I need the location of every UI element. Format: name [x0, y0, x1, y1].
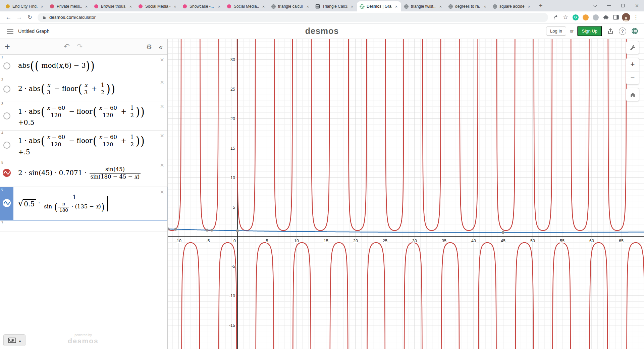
add-expression-button[interactable]	[5, 42, 10, 51]
profile-avatar[interactable]	[621, 13, 631, 22]
expression-body[interactable]: abs(( mod(x,6) − 3))	[13, 55, 167, 77]
grammarly-extension-icon[interactable]: G	[571, 13, 580, 22]
delete-expression-icon[interactable]	[160, 103, 164, 110]
browser-tab[interactable]: triangle calcul...	[268, 1, 313, 11]
tab-close-icon[interactable]	[438, 4, 443, 9]
svg-text:5: 5	[266, 239, 268, 243]
gray-extension-icon[interactable]	[591, 13, 600, 22]
hidden-graph-circle-icon[interactable]	[3, 112, 10, 119]
main-menu-icon[interactable]	[7, 29, 13, 34]
svg-text:30: 30	[412, 239, 417, 243]
browser-tab[interactable]: degrees to ra...	[445, 1, 490, 11]
browser-tab[interactable]: Private mess...	[47, 1, 91, 11]
expression-row[interactable]: 6√0.5 · 1sin (π180 · (135 − x))	[0, 187, 167, 220]
graph-title[interactable]: Untitled Graph	[18, 29, 50, 34]
share-icon[interactable]	[551, 13, 560, 22]
hidden-graph-circle-icon[interactable]	[3, 62, 10, 69]
browser-menu-icon[interactable]	[631, 13, 641, 22]
tab-close-icon[interactable]	[394, 4, 399, 9]
expression-gutter[interactable]: 1	[0, 55, 13, 77]
expression-body[interactable]: 2 · sin(45) · 0.7071 · sin(45)sin(180 − …	[13, 160, 167, 187]
extensions-puzzle-icon[interactable]	[601, 13, 610, 22]
tab-close-icon[interactable]	[305, 4, 310, 9]
expression-row[interactable]: 22 · abs(x3 − floor(x3 + 12))	[0, 77, 167, 101]
zoom-out-button[interactable]	[626, 71, 639, 84]
expression-row[interactable]: 7	[0, 220, 167, 232]
tab-strip-tabs: End City Find... Private mess... Browse …	[3, 0, 534, 11]
side-panel-icon[interactable]	[611, 13, 621, 22]
orange-extension-icon[interactable]	[581, 13, 590, 22]
tab-close-icon[interactable]	[482, 4, 487, 9]
tab-close-icon[interactable]	[217, 4, 222, 9]
maximize-button[interactable]	[616, 0, 630, 11]
zoom-in-button[interactable]	[626, 58, 639, 71]
close-button[interactable]	[630, 0, 644, 11]
graph-settings-wrench-icon[interactable]	[626, 41, 639, 54]
tab-favicon-icon	[138, 4, 143, 9]
expression-body[interactable]: 1 · abs(x − 60120 − floor(x − 60120 + 12…	[13, 131, 167, 160]
expression-row[interactable]: 31 · abs(x − 60120 − floor(x − 60120 + 1…	[0, 101, 167, 131]
tab-close-icon[interactable]	[172, 4, 177, 9]
browser-tab[interactable]: Triangle Calcu...	[313, 1, 357, 11]
expression-row[interactable]: 41 · abs(x − 60120 − floor(x − 60120 + 1…	[0, 131, 167, 160]
back-button[interactable]	[3, 12, 13, 22]
browser-tab[interactable]: Desmos | Gra...	[357, 1, 401, 11]
help-icon[interactable]	[619, 28, 626, 35]
browser-tab[interactable]: Browse thous...	[91, 1, 136, 11]
expression-body[interactable]: √0.5 · 1sin (π180 · (135 − x))	[13, 187, 167, 220]
expression-body[interactable]: 2 · abs(x3 − floor(x3 + 12))	[13, 77, 167, 101]
expression-gutter[interactable]: 2	[0, 77, 13, 101]
export-share-icon[interactable]	[606, 27, 615, 36]
graph-canvas[interactable]: -10-505101520253035404550556065302520151…	[168, 39, 644, 349]
delete-expression-icon[interactable]	[160, 56, 164, 63]
browser-tab[interactable]: Showcase -...	[180, 1, 224, 11]
expression-gutter[interactable]: 6	[0, 187, 13, 220]
tab-title: triangle twist...	[411, 4, 436, 9]
delete-expression-icon[interactable]	[160, 189, 164, 195]
login-button[interactable]: Log In	[546, 27, 566, 36]
tab-close-icon[interactable]	[261, 4, 266, 9]
browser-tab[interactable]: Social Media...	[224, 1, 268, 11]
graph-style-icon[interactable]	[2, 168, 11, 179]
address-bar[interactable]: desmos.com/calculator	[38, 13, 548, 22]
signup-button[interactable]: Sign Up	[577, 26, 602, 36]
tab-close-icon[interactable]	[40, 4, 45, 9]
expression-list: 1abs(( mod(x,6) − 3))22 · abs(x3 − floor…	[0, 55, 167, 232]
expression-gutter[interactable]: 7	[0, 220, 13, 232]
graph-settings-gear-icon[interactable]	[146, 43, 152, 50]
graph-paper[interactable]: -10-505101520253035404550556065302520151…	[168, 39, 644, 349]
new-tab-button[interactable]	[536, 1, 545, 10]
tab-search-caret-icon[interactable]	[588, 0, 602, 11]
forward-button[interactable]	[14, 12, 24, 22]
expression-body[interactable]: 1 · abs(x − 60120 − floor(x − 60120 + 12…	[13, 101, 167, 130]
browser-tab[interactable]: square accide...	[490, 1, 534, 11]
tab-close-icon[interactable]	[84, 4, 89, 9]
collapse-panel-icon[interactable]	[159, 43, 163, 50]
expression-row[interactable]: 1abs(( mod(x,6) − 3))	[0, 55, 167, 77]
keyboard-toggle-button[interactable]	[3, 334, 25, 346]
expression-gutter[interactable]: 4	[0, 131, 13, 160]
bookmark-star-icon[interactable]	[561, 13, 570, 22]
undo-icon[interactable]	[64, 43, 70, 50]
default-view-home-button[interactable]	[626, 88, 639, 101]
expression-gutter[interactable]: 5	[0, 160, 13, 187]
graph-style-icon[interactable]	[2, 199, 11, 209]
delete-expression-icon[interactable]	[160, 79, 164, 86]
redo-icon[interactable]	[76, 43, 83, 50]
expression-body[interactable]	[13, 220, 167, 232]
expression-gutter[interactable]: 3	[0, 101, 13, 130]
minimize-button[interactable]	[602, 0, 616, 11]
language-globe-icon[interactable]	[630, 27, 639, 36]
browser-tab[interactable]: End City Find...	[3, 1, 47, 11]
tab-close-icon[interactable]	[350, 4, 355, 9]
hidden-graph-circle-icon[interactable]	[3, 86, 10, 93]
tab-close-icon[interactable]	[128, 4, 133, 9]
browser-tab[interactable]: Social Media -...	[136, 1, 180, 11]
delete-expression-icon[interactable]	[160, 132, 164, 139]
expression-row[interactable]: 52 · sin(45) · 0.7071 · sin(45)sin(180 −…	[0, 160, 167, 187]
reload-button[interactable]	[25, 12, 35, 22]
delete-expression-icon[interactable]	[160, 162, 164, 168]
browser-tab[interactable]: triangle twist...	[401, 1, 445, 11]
hidden-graph-circle-icon[interactable]	[3, 142, 10, 149]
tab-close-icon[interactable]	[527, 4, 532, 9]
